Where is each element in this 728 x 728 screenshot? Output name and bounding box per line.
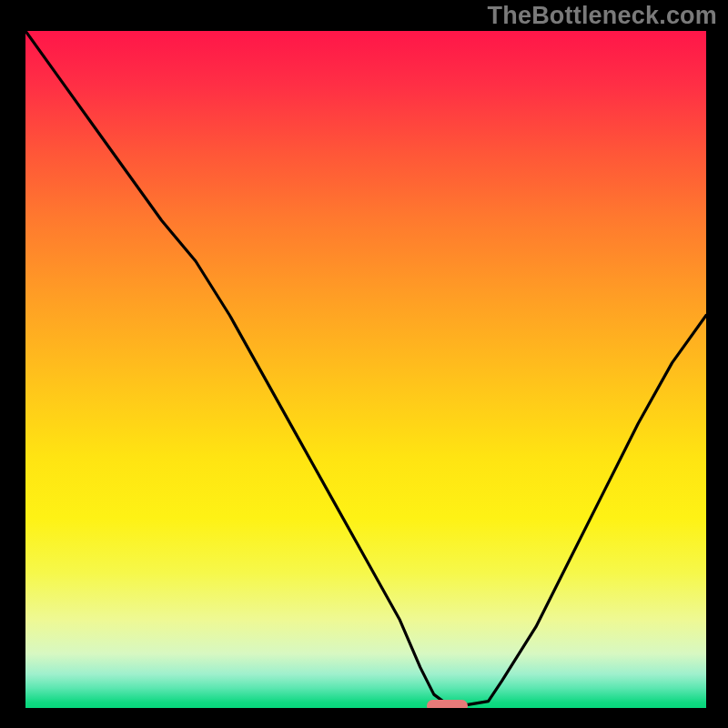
watermark-text: TheBottleneck.com	[488, 2, 717, 30]
chart-frame: TheBottleneck.com	[0, 0, 728, 728]
optimal-marker	[427, 700, 468, 708]
plot-area	[25, 31, 706, 708]
bottleneck-curve	[25, 31, 706, 708]
